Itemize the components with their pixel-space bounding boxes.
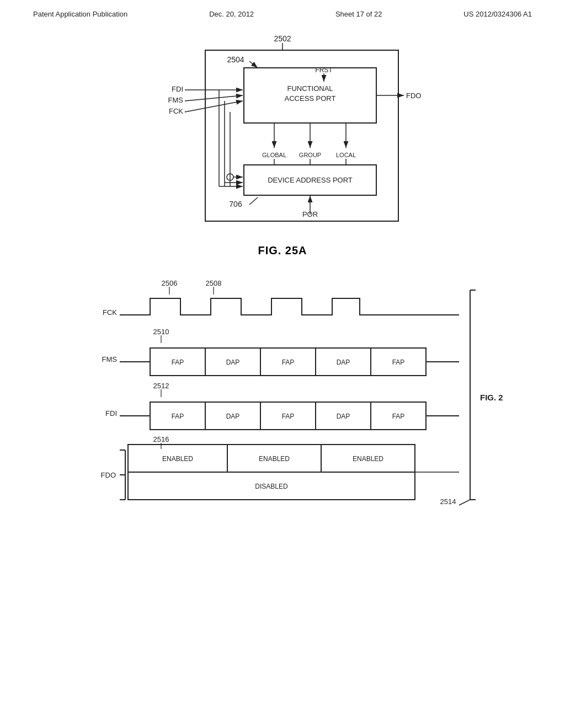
fms-dap1: DAP (226, 358, 240, 366)
svg-line-7 (185, 101, 243, 112)
fig25a-svg: 2502 2504 FRST FUNCTIONAL ACCESS PORT FD… (128, 29, 437, 239)
fdi-fap3: FAP (392, 413, 405, 420)
diagram-25b: FIG. 25B 2514 2506 2508 FCK 2510 FMS (73, 274, 492, 505)
label-fdo-b: FDO (101, 471, 116, 479)
label-2508: 2508 (206, 279, 222, 287)
label-2516: 2516 (153, 435, 169, 443)
label-local: LOCAL (336, 152, 356, 158)
fdo-enabled3: ENABLED (353, 455, 383, 463)
label-global: GLOBAL (262, 152, 286, 158)
fig25b-svg: FIG. 25B 2514 2506 2508 FCK 2510 FMS (73, 274, 503, 516)
fig25a-label: FIG. 25A (258, 244, 307, 257)
label-fdo: FDO (406, 92, 421, 100)
header-patent: US 2012/0324306 A1 (463, 10, 532, 18)
header-date: Dec. 20, 2012 (209, 10, 254, 18)
svg-line-6 (185, 95, 243, 101)
label-fap-line2: ACCESS PORT (285, 94, 336, 103)
fdo-enabled2: ENABLED (259, 455, 290, 463)
fig25a-container: 2502 2504 FRST FUNCTIONAL ACCESS PORT FD… (0, 29, 565, 257)
fig25b-container: FIG. 25B 2514 2506 2508 FCK 2510 FMS (0, 274, 565, 505)
label-fms-b: FMS (102, 355, 118, 363)
header-sheet: Sheet 17 of 22 (335, 10, 382, 18)
label-706: 706 (229, 200, 242, 208)
fdi-dap1: DAP (226, 413, 240, 420)
label-2506: 2506 (162, 279, 178, 287)
label-2514: 2514 (440, 497, 456, 506)
label-group: GROUP (299, 152, 321, 158)
fms-fap3: FAP (392, 358, 405, 366)
svg-line-31 (459, 500, 470, 505)
label-fms: FMS (168, 96, 184, 104)
label-fdi-b: FDI (105, 409, 117, 417)
label-dap: DEVICE ADDRESS PORT (268, 176, 353, 184)
label-fck-b: FCK (103, 308, 117, 317)
label-2504: 2504 (227, 55, 244, 64)
header-publication: Patent Application Publication (33, 10, 127, 18)
label-fdi: FDI (172, 85, 183, 93)
svg-line-2 (249, 61, 258, 68)
fdi-fap1: FAP (172, 413, 184, 420)
fdo-enabled1: ENABLED (162, 455, 193, 463)
label-fck: FCK (169, 107, 183, 115)
label-fap-line1: FUNCTIONAL (287, 84, 333, 93)
fdo-disabled: DISABLED (255, 483, 288, 490)
label-fig25b: FIG. 25B (480, 393, 503, 402)
label-2512: 2512 (153, 382, 169, 390)
fms-fap2: FAP (282, 358, 295, 366)
label-2502: 2502 (274, 34, 291, 43)
svg-line-23 (249, 197, 258, 205)
fms-dap2: DAP (337, 358, 350, 366)
label-2510: 2510 (153, 328, 169, 336)
fms-fap1: FAP (172, 358, 184, 366)
diagram-25a: 2502 2504 FRST FUNCTIONAL ACCESS PORT FD… (128, 29, 437, 239)
fdi-dap2: DAP (337, 413, 350, 420)
fdi-fap2: FAP (282, 413, 295, 420)
page-header: Patent Application Publication Dec. 20, … (0, 0, 565, 24)
